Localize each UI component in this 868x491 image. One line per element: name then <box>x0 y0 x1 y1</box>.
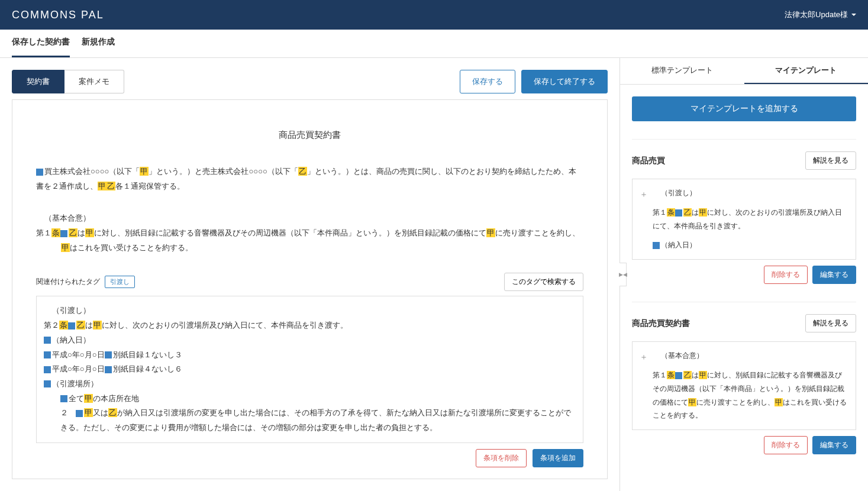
template-delete-button[interactable]: 削除する <box>764 266 808 284</box>
document-area[interactable]: 商品売買契約書 買主株式会社○○○○（以下「甲」という。）と売主株式会社○○○○… <box>12 99 608 479</box>
article-actions: 条項を削除 条項を追加 <box>36 449 583 467</box>
template-actions: 削除する 編集する <box>632 266 856 284</box>
template-title: 商品売買契約書 <box>632 318 690 329</box>
template-header: 商品売買 解説を見る <box>632 151 856 170</box>
user-name: 法律太郎Update様 <box>785 9 848 20</box>
tag-chip[interactable]: 引渡し <box>105 276 135 288</box>
plus-icon[interactable]: ＋ <box>640 349 648 422</box>
left-panel: 契約書 案件メモ 保存する 保存して終了する 商品売買契約書 買主株式会社○○○… <box>0 58 619 491</box>
main-container: 契約書 案件メモ 保存する 保存して終了する 商品売買契約書 買主株式会社○○○… <box>0 58 868 491</box>
highlight-otsu: 乙 <box>107 182 115 190</box>
marker-icon <box>675 209 682 217</box>
doc-article-1: （基本合意） 第１条乙は甲に対し、別紙目録に記載する音響機器及びその周辺機器（以… <box>36 211 583 255</box>
template-card-1: 商品売買 解説を見る ＋ （引渡し） 第１条乙は甲に対し、次のとおりの引渡場所及… <box>632 139 856 284</box>
marker-icon <box>76 410 83 417</box>
nav-tab-new[interactable]: 新規作成 <box>82 28 115 57</box>
highlight-kou: 甲 <box>98 182 107 190</box>
save-exit-button[interactable]: 保存して終了する <box>521 70 608 93</box>
marker-icon <box>60 395 67 402</box>
marker-icon <box>675 372 682 379</box>
template-edit-button[interactable]: 編集する <box>812 436 856 454</box>
template-card-2: 商品売買契約書 解説を見る ＋ （基本合意） 第１条乙は甲に対し、別紙目録に記載… <box>632 302 856 454</box>
logo: COMMONS PAL <box>12 9 104 21</box>
add-article-button[interactable]: 条項を追加 <box>533 449 583 467</box>
marker-icon <box>68 322 75 330</box>
template-delete-button[interactable]: 削除する <box>764 436 808 454</box>
explain-button[interactable]: 解説を見る <box>805 151 856 170</box>
tag-search-button[interactable]: このタグで検索する <box>504 273 583 291</box>
explain-button[interactable]: 解説を見る <box>805 314 856 332</box>
subtab-memo[interactable]: 案件メモ <box>64 70 124 93</box>
marker-icon <box>60 230 67 237</box>
app-header: COMMONS PAL 法律太郎Update様 <box>0 0 868 30</box>
collapse-handle[interactable]: ▶◀ <box>619 263 627 286</box>
template-header: 商品売買契約書 解説を見る <box>632 314 856 332</box>
right-tabs: 標準テンプレート マイテンプレート <box>620 58 868 85</box>
template-actions: 削除する 編集する <box>632 436 856 454</box>
plus-icon[interactable]: ＋ <box>640 186 648 252</box>
marker-icon <box>44 380 51 387</box>
nav-tab-saved[interactable]: 保存した契約書 <box>12 28 70 57</box>
template-title: 商品売買 <box>632 156 665 166</box>
toolbar: 契約書 案件メモ 保存する 保存して終了する <box>12 70 608 93</box>
marker-icon <box>44 351 51 358</box>
subtab-contract[interactable]: 契約書 <box>12 70 64 93</box>
marker-icon <box>44 366 51 373</box>
right-tab-standard[interactable]: 標準テンプレート <box>620 58 744 84</box>
marker-icon <box>36 169 43 176</box>
template-edit-button[interactable]: 編集する <box>812 266 856 284</box>
doc-title: 商品売買契約書 <box>36 130 583 141</box>
add-template-button[interactable]: マイテンプレートを追加する <box>632 96 856 121</box>
user-menu[interactable]: 法律太郎Update様 <box>785 9 856 20</box>
chevron-down-icon <box>851 14 856 16</box>
tag-section: 関連付けられたタグ 引渡し このタグで検索する （引渡し） 第２条乙は甲に対し、… <box>36 273 583 467</box>
tag-label: 関連付けられたタグ <box>36 277 100 287</box>
marker-icon <box>653 242 660 249</box>
marker-icon <box>105 366 112 373</box>
highlight-kou: 甲 <box>140 167 149 176</box>
action-buttons: 保存する 保存して終了する <box>460 70 608 93</box>
doc-intro: 買主株式会社○○○○（以下「甲」という。）と売主株式会社○○○○（以下「乙」とい… <box>36 164 583 193</box>
delete-article-button[interactable]: 条項を削除 <box>476 449 527 467</box>
highlight-otsu: 乙 <box>298 167 307 176</box>
template-body[interactable]: ＋ （基本合意） 第１条乙は甲に対し、別紙目録に記載する音響機器及びその周辺機器… <box>632 341 856 430</box>
main-nav: 保存した契約書 新規作成 <box>0 30 868 58</box>
sub-tabs: 契約書 案件メモ <box>12 70 124 93</box>
marker-icon <box>105 351 112 358</box>
right-tab-my[interactable]: マイテンプレート <box>744 58 869 84</box>
right-content[interactable]: マイテンプレートを追加する 商品売買 解説を見る ＋ （引渡し） 第１条乙は甲に… <box>620 85 868 491</box>
save-button[interactable]: 保存する <box>460 70 515 93</box>
tag-label-wrap: 関連付けられたタグ 引渡し <box>36 276 135 288</box>
marker-icon <box>44 337 51 344</box>
right-panel: ▶◀ 標準テンプレート マイテンプレート マイテンプレートを追加する 商品売買 … <box>619 58 868 491</box>
tag-header: 関連付けられたタグ 引渡し このタグで検索する <box>36 273 583 291</box>
tag-body: （引渡し） 第２条乙は甲に対し、次のとおりの引渡場所及び納入日にて、本件商品を引… <box>36 296 583 442</box>
template-body[interactable]: ＋ （引渡し） 第１条乙は甲に対し、次のとおりの引渡場所及び納入日にて、本件商品… <box>632 179 856 260</box>
